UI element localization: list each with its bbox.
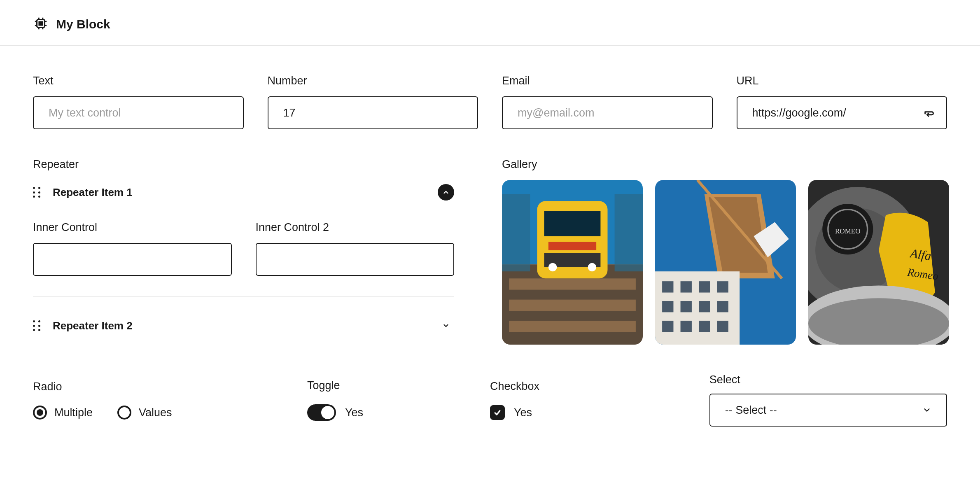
gallery-label: Gallery: [502, 158, 947, 171]
checkbox-section: Checkbox Yes: [490, 380, 709, 420]
svg-rect-33: [699, 301, 710, 312]
checkbox-label: Checkbox: [490, 380, 709, 393]
svg-rect-37: [699, 321, 710, 332]
select-label: Select: [709, 373, 947, 386]
svg-rect-36: [681, 321, 692, 332]
svg-rect-1: [39, 22, 42, 25]
svg-rect-31: [662, 301, 673, 312]
text-label: Text: [33, 75, 244, 87]
repeater-item-title: Repeater Item 2: [53, 319, 425, 332]
inner-control-1-input[interactable]: [33, 243, 232, 276]
svg-text:Alfa: Alfa: [908, 246, 932, 263]
checkbox-input[interactable]: [490, 405, 505, 420]
repeater-section: Repeater Repeater Item 1 Inner Control: [33, 158, 466, 338]
select-input[interactable]: -- Select --: [709, 394, 947, 427]
svg-rect-13: [509, 300, 636, 311]
page-title: My Block: [56, 17, 110, 31]
inner-control-2-input[interactable]: [256, 243, 455, 276]
field-inner-1: Inner Control: [33, 221, 232, 276]
toggle-knob-icon: [321, 406, 334, 419]
radio-option-label: Values: [139, 406, 172, 419]
chevron-down-icon: [922, 406, 931, 415]
svg-rect-30: [717, 281, 728, 292]
select-section: Select -- Select --: [709, 373, 947, 427]
repeater-item-title: Repeater Item 1: [53, 186, 425, 199]
repeater-label: Repeater: [33, 158, 454, 171]
gallery-section: Gallery: [490, 158, 947, 345]
svg-rect-17: [548, 242, 596, 250]
svg-rect-34: [717, 301, 728, 312]
radio-option-values[interactable]: Values: [117, 406, 172, 420]
toggle-value-label: Yes: [345, 406, 363, 419]
radio-section: Radio Multiple Values: [33, 380, 307, 420]
row-basic-fields: Text Number Email URL: [33, 75, 947, 129]
field-inner-2: Inner Control 2: [256, 221, 455, 276]
svg-rect-38: [717, 321, 728, 332]
svg-rect-35: [662, 321, 673, 332]
radio-icon: [33, 406, 47, 420]
radio-label: Radio: [33, 380, 307, 393]
inner-control-2-label: Inner Control 2: [256, 221, 455, 234]
block-header: My Block: [0, 0, 980, 46]
row-repeater-gallery: Repeater Repeater Item 1 Inner Control: [33, 158, 947, 345]
number-input[interactable]: [268, 96, 478, 129]
drag-handle-icon[interactable]: [33, 320, 40, 331]
chip-icon: [33, 16, 49, 33]
toggle-switch[interactable]: [307, 404, 336, 421]
field-url: URL: [737, 75, 947, 129]
svg-rect-21: [502, 194, 530, 271]
svg-rect-16: [544, 211, 601, 236]
checkbox-value-label: Yes: [514, 406, 532, 419]
gallery-image-2[interactable]: [655, 180, 796, 345]
inner-control-1-label: Inner Control: [33, 221, 232, 234]
radio-option-label: Multiple: [54, 406, 93, 419]
svg-rect-14: [509, 321, 636, 332]
url-input[interactable]: [737, 96, 947, 129]
field-email: Email: [502, 75, 713, 129]
svg-rect-29: [699, 281, 710, 292]
repeater-item-1[interactable]: Repeater Item 1: [33, 180, 454, 205]
svg-rect-32: [681, 301, 692, 312]
gallery-image-3[interactable]: ROMEO Alfa Romeo: [808, 180, 949, 345]
svg-rect-28: [681, 281, 692, 292]
row-controls: Radio Multiple Values Toggle Yes: [33, 373, 947, 427]
collapse-button[interactable]: [438, 184, 454, 201]
select-placeholder: -- Select --: [725, 404, 777, 417]
gallery-image-1[interactable]: [502, 180, 643, 345]
expand-button[interactable]: [438, 317, 454, 334]
radio-option-multiple[interactable]: Multiple: [33, 406, 93, 420]
email-input[interactable]: [502, 96, 713, 129]
field-text: Text: [33, 75, 244, 129]
svg-point-19: [548, 263, 557, 272]
drag-handle-icon[interactable]: [33, 187, 40, 198]
toggle-label: Toggle: [307, 379, 490, 392]
svg-rect-27: [662, 281, 673, 292]
svg-rect-22: [615, 194, 643, 271]
check-icon: [493, 408, 502, 417]
toggle-section: Toggle Yes: [307, 379, 490, 421]
radio-icon: [117, 406, 131, 420]
url-label: URL: [737, 75, 947, 87]
email-label: Email: [502, 75, 713, 87]
repeater-item-1-content: Inner Control Inner Control 2: [33, 221, 454, 297]
svg-text:ROMEO: ROMEO: [835, 227, 861, 235]
text-input[interactable]: [33, 96, 244, 129]
number-label: Number: [268, 75, 478, 87]
svg-rect-12: [509, 278, 636, 289]
repeater-item-2[interactable]: Repeater Item 2: [33, 313, 454, 338]
field-number: Number: [268, 75, 478, 129]
svg-point-20: [588, 263, 597, 272]
